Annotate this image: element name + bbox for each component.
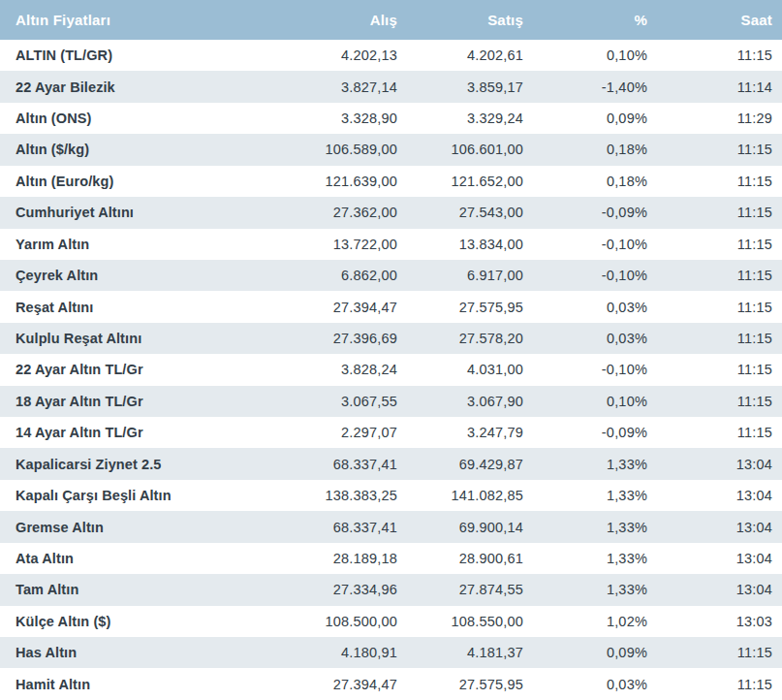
gold-prices-table: Altın Fiyatları Alış Satış % Saat ALTIN … <box>0 0 782 700</box>
cell-percent: 0,10% <box>523 40 647 71</box>
cell-buy: 3.067,55 <box>287 386 397 417</box>
table-row[interactable]: Gremse Altın68.337,4169.900,141,33%13:04 <box>0 511 782 542</box>
cell-name: ALTIN (TL/GR) <box>0 40 287 71</box>
table-row[interactable]: Tam Altın27.334,9627.874,551,33%13:04 <box>0 574 782 605</box>
table-row[interactable]: 18 Ayar Altın TL/Gr3.067,553.067,900,10%… <box>0 386 782 417</box>
cell-percent: 1,33% <box>523 574 647 605</box>
cell-percent: -1,40% <box>523 71 647 102</box>
cell-sell: 4.202,61 <box>397 40 523 71</box>
cell-time: 11:15 <box>647 291 782 322</box>
cell-time: 11:15 <box>647 386 782 417</box>
cell-name: Hamit Altın <box>0 668 287 699</box>
cell-sell: 141.082,85 <box>397 480 523 511</box>
cell-buy: 106.589,00 <box>287 134 397 165</box>
cell-time: 13:04 <box>647 448 782 479</box>
table-row[interactable]: 14 Ayar Altın TL/Gr2.297,073.247,79-0,09… <box>0 417 782 448</box>
table-row[interactable]: Cumhuriyet Altını27.362,0027.543,00-0,09… <box>0 197 782 228</box>
cell-time: 11:15 <box>647 323 782 354</box>
table-row[interactable]: Kapalicarsi Ziynet 2.568.337,4169.429,87… <box>0 448 782 479</box>
cell-name: Reşat Altını <box>0 291 287 322</box>
table-header-row: Altın Fiyatları Alış Satış % Saat <box>0 0 782 40</box>
cell-buy: 27.362,00 <box>287 197 397 228</box>
cell-buy: 27.396,69 <box>287 323 397 354</box>
cell-buy: 138.383,25 <box>287 480 397 511</box>
header-percent: % <box>523 0 647 40</box>
cell-buy: 28.189,18 <box>287 543 397 574</box>
cell-name: Kapalicarsi Ziynet 2.5 <box>0 448 287 479</box>
table-row[interactable]: Kulplu Reşat Altını27.396,6927.578,200,0… <box>0 323 782 354</box>
cell-time: 11:15 <box>647 260 782 291</box>
cell-name: Altın ($/kg) <box>0 134 287 165</box>
cell-buy: 108.500,00 <box>287 606 397 637</box>
cell-time: 11:15 <box>647 417 782 448</box>
cell-name: 22 Ayar Bilezik <box>0 71 287 102</box>
cell-time: 13:03 <box>647 606 782 637</box>
table-row[interactable]: Altın (ONS)3.328,903.329,240,09%11:29 <box>0 103 782 134</box>
cell-time: 11:15 <box>647 134 782 165</box>
table-row[interactable]: Altın (Euro/kg)121.639,00121.652,000,18%… <box>0 166 782 197</box>
cell-name: Çeyrek Altın <box>0 260 287 291</box>
cell-percent: 0,03% <box>523 291 647 322</box>
cell-buy: 4.202,13 <box>287 40 397 71</box>
cell-time: 13:04 <box>647 511 782 542</box>
cell-sell: 69.900,14 <box>397 511 523 542</box>
cell-name: Yarım Altın <box>0 229 287 260</box>
cell-name: Ata Altın <box>0 543 287 574</box>
cell-percent: -0,10% <box>523 229 647 260</box>
cell-percent: 1,33% <box>523 480 647 511</box>
header-title: Altın Fiyatları <box>0 0 287 40</box>
cell-time: 11:15 <box>647 197 782 228</box>
cell-time: 13:04 <box>647 574 782 605</box>
cell-percent: 1,33% <box>523 448 647 479</box>
table-row[interactable]: Has Altın4.180,914.181,370,09%11:15 <box>0 637 782 668</box>
table-row[interactable]: Reşat Altını27.394,4727.575,950,03%11:15 <box>0 291 782 322</box>
cell-sell: 69.429,87 <box>397 448 523 479</box>
cell-percent: 0,18% <box>523 166 647 197</box>
cell-sell: 27.578,20 <box>397 323 523 354</box>
cell-name: 14 Ayar Altın TL/Gr <box>0 417 287 448</box>
cell-name: 22 Ayar Altın TL/Gr <box>0 354 287 385</box>
table-row[interactable]: 22 Ayar Bilezik3.827,143.859,17-1,40%11:… <box>0 71 782 102</box>
cell-name: Altın (Euro/kg) <box>0 166 287 197</box>
gold-prices-panel: Altın Fiyatları Alış Satış % Saat ALTIN … <box>0 0 782 700</box>
cell-buy: 68.337,41 <box>287 511 397 542</box>
cell-name: Tam Altın <box>0 574 287 605</box>
cell-time: 11:14 <box>647 71 782 102</box>
cell-time: 13:04 <box>647 480 782 511</box>
cell-buy: 27.334,96 <box>287 574 397 605</box>
cell-buy: 3.328,90 <box>287 103 397 134</box>
cell-buy: 4.180,91 <box>287 637 397 668</box>
cell-name: Gremse Altın <box>0 511 287 542</box>
cell-percent: 0,10% <box>523 386 647 417</box>
cell-sell: 3.247,79 <box>397 417 523 448</box>
cell-buy: 27.394,47 <box>287 291 397 322</box>
cell-name: Kulplu Reşat Altını <box>0 323 287 354</box>
cell-sell: 27.575,95 <box>397 668 523 699</box>
cell-sell: 121.652,00 <box>397 166 523 197</box>
cell-buy: 68.337,41 <box>287 448 397 479</box>
cell-percent: 0,09% <box>523 103 647 134</box>
cell-buy: 3.827,14 <box>287 71 397 102</box>
table-row[interactable]: 22 Ayar Altın TL/Gr3.828,244.031,00-0,10… <box>0 354 782 385</box>
cell-sell: 27.543,00 <box>397 197 523 228</box>
cell-sell: 108.550,00 <box>397 606 523 637</box>
table-row[interactable]: ALTIN (TL/GR)4.202,134.202,610,10%11:15 <box>0 40 782 71</box>
table-row[interactable]: Kapalı Çarşı Beşli Altın138.383,25141.08… <box>0 480 782 511</box>
cell-sell: 3.067,90 <box>397 386 523 417</box>
cell-sell: 27.874,55 <box>397 574 523 605</box>
table-row[interactable]: Altın ($/kg)106.589,00106.601,000,18%11:… <box>0 134 782 165</box>
cell-time: 11:29 <box>647 103 782 134</box>
table-row[interactable]: Yarım Altın13.722,0013.834,00-0,10%11:15 <box>0 229 782 260</box>
table-row[interactable]: Külçe Altın ($)108.500,00108.550,001,02%… <box>0 606 782 637</box>
cell-time: 11:15 <box>647 637 782 668</box>
cell-percent: -0,09% <box>523 417 647 448</box>
cell-time: 13:04 <box>647 543 782 574</box>
cell-name: Kapalı Çarşı Beşli Altın <box>0 480 287 511</box>
cell-name: 18 Ayar Altın TL/Gr <box>0 386 287 417</box>
table-row[interactable]: Çeyrek Altın6.862,006.917,00-0,10%11:15 <box>0 260 782 291</box>
table-row[interactable]: Hamit Altın27.394,4727.575,950,03%11:15 <box>0 668 782 699</box>
table-row[interactable]: Ata Altın28.189,1828.900,611,33%13:04 <box>0 543 782 574</box>
cell-time: 11:15 <box>647 229 782 260</box>
cell-percent: 0,03% <box>523 323 647 354</box>
cell-percent: -0,10% <box>523 260 647 291</box>
